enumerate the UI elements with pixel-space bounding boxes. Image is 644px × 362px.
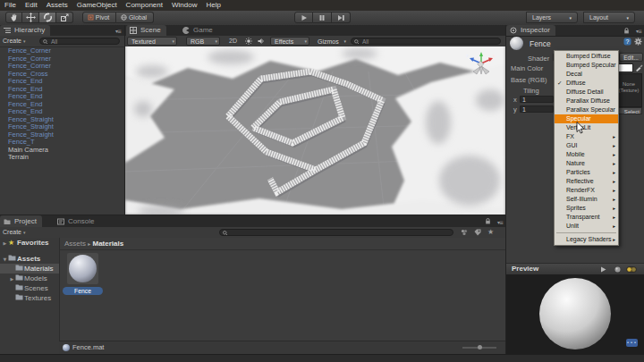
breadcrumb-root[interactable]: Assets xyxy=(64,240,86,248)
shader-menu-item-diffuse-detail[interactable]: Diffuse Detail xyxy=(555,88,618,97)
folder-icon-wrap xyxy=(15,293,24,300)
shader-menu-item-renderfx[interactable]: RenderFX▸ xyxy=(555,186,618,195)
shader-menu-item-sprites[interactable]: Sprites▸ xyxy=(555,204,618,213)
project-tree-item-scenes[interactable]: Scenes xyxy=(0,283,59,293)
favorite-search-icon[interactable]: ★ xyxy=(487,228,494,236)
foldout-closed-icon[interactable]: ▶ xyxy=(2,239,8,248)
project-tree-item-models[interactable]: ▶Models xyxy=(0,274,59,283)
thumbnail-zoom-knob[interactable] xyxy=(478,345,482,349)
eyedropper-icon[interactable] xyxy=(635,63,643,72)
layers-dropdown[interactable]: Layers ▾ xyxy=(526,12,578,23)
effects-dropdown[interactable]: Effects▾ xyxy=(270,37,309,46)
hierarchy-search-input[interactable]: All xyxy=(39,38,120,45)
tab-inspector[interactable]: Inspector xyxy=(506,25,555,36)
breadcrumb-current[interactable]: Materials xyxy=(93,240,124,248)
rotate-tool-button[interactable] xyxy=(39,12,56,23)
asset-bundle-icon[interactable]: ••• xyxy=(626,339,638,347)
lock-icon[interactable] xyxy=(623,28,630,34)
scene-viewport[interactable]: y x z xyxy=(125,46,505,215)
shader-menu-item-nature[interactable]: Nature▸ xyxy=(555,159,618,168)
shader-menu-item-vertexlit[interactable]: VertexLit xyxy=(555,123,618,132)
shader-menu-item-mobile[interactable]: Mobile▸ xyxy=(555,150,618,159)
shader-menu-item-fx[interactable]: FX▸ xyxy=(555,132,618,141)
menu-item-gameobject[interactable]: GameObject xyxy=(72,0,122,11)
menu-item-help[interactable]: Help xyxy=(201,0,225,11)
shader-menu-item-decal[interactable]: Decal xyxy=(555,70,618,79)
shader-menu-item-gui[interactable]: GUI▸ xyxy=(555,141,618,150)
search-by-type-icon[interactable] xyxy=(461,229,468,236)
project-tree-item-assets[interactable]: ▼Assets xyxy=(0,254,59,264)
tab-scene[interactable]: Scene xyxy=(126,25,166,36)
play-button[interactable] xyxy=(294,12,313,23)
layout-dropdown[interactable]: Layout ▾ xyxy=(583,12,635,23)
project-search-input[interactable] xyxy=(219,229,453,236)
shader-menu-item-particles[interactable]: Particles▸ xyxy=(555,168,618,177)
shader-menu-item-unlit[interactable]: Unlit▸ xyxy=(555,222,618,231)
material-sphere-thumb xyxy=(69,255,97,282)
preview-light-toggle-icon[interactable] xyxy=(626,266,637,273)
preview-header[interactable]: Preview xyxy=(506,263,644,275)
2d-toggle-button[interactable]: 2D xyxy=(229,36,237,46)
create-button[interactable]: Create ▾ xyxy=(3,229,25,235)
preview-play-icon[interactable] xyxy=(600,266,606,273)
asset-thumbnail-fence[interactable] xyxy=(67,253,98,284)
submenu-arrow-icon: ▸ xyxy=(613,186,615,195)
hierarchy-item-terrain[interactable]: Terrain xyxy=(0,154,124,162)
hierarchy-panel: Hierarchy ▾≡ Create ▾ All Fence_CornerFe… xyxy=(0,25,125,215)
shader-menu-item-parallax-specular[interactable]: Parallax Specular xyxy=(555,105,618,114)
audio-toggle-icon[interactable] xyxy=(258,38,265,45)
lighting-toggle-icon[interactable] xyxy=(245,38,252,45)
scene-search-input[interactable]: All xyxy=(351,38,501,45)
help-icon[interactable]: ? xyxy=(623,38,631,46)
move-tool-button[interactable] xyxy=(22,12,39,23)
texture-well[interactable]: None (Texture) xyxy=(615,73,642,107)
menu-item-assets[interactable]: Assets xyxy=(42,0,72,11)
shader-menu-item-specular[interactable]: Specular xyxy=(555,114,618,123)
render-channels-dropdown[interactable]: RGB▾ xyxy=(186,37,220,46)
shader-menu-item-self-illumin[interactable]: Self-Illumin▸ xyxy=(555,195,618,204)
layers-label: Layers xyxy=(530,14,553,21)
submenu-arrow-icon: ▸ xyxy=(613,235,615,244)
step-button[interactable] xyxy=(332,12,351,23)
gear-icon[interactable] xyxy=(634,38,642,46)
menu-item-file[interactable]: File xyxy=(0,0,21,11)
menu-item-component[interactable]: Component xyxy=(122,0,167,11)
gizmos-dropdown[interactable]: Gizmos▾ xyxy=(313,37,349,46)
tiling-x-input[interactable]: 1 xyxy=(520,96,554,103)
search-by-label-icon[interactable] xyxy=(474,229,481,236)
shader-menu-item-parallax-diffuse[interactable]: Parallax Diffuse xyxy=(555,97,618,105)
hierarchy-icon xyxy=(4,27,11,34)
global-toggle-button[interactable]: Global xyxy=(116,12,154,23)
pause-button[interactable] xyxy=(313,12,332,23)
panel-menu-icon[interactable]: ▾≡ xyxy=(497,219,503,225)
tab-project[interactable]: Project xyxy=(0,215,42,227)
pivot-toggle-button[interactable]: Pivot xyxy=(82,12,116,23)
shader-menu-item-legacy-shaders[interactable]: Legacy Shaders▸ xyxy=(555,235,618,244)
select-texture-button[interactable]: Select xyxy=(615,107,642,114)
tab-hierarchy[interactable]: Hierarchy xyxy=(0,25,50,36)
asset-label[interactable]: Fence xyxy=(63,287,103,295)
tiling-y-input[interactable]: 1 xyxy=(520,105,554,113)
scale-tool-button[interactable] xyxy=(56,12,73,23)
shader-menu-item-bumped-specular[interactable]: Bumped Specular xyxy=(555,61,618,70)
preview-model-icon[interactable] xyxy=(614,266,621,273)
edit-shader-button[interactable]: Edit... xyxy=(619,53,643,62)
project-tree-item-materials[interactable]: Materials xyxy=(0,264,59,274)
project-tree-item-favorites[interactable]: ▶★Favorites xyxy=(0,238,59,248)
panel-menu-icon[interactable]: ▾≡ xyxy=(115,28,121,34)
tab-console[interactable]: Console xyxy=(54,215,99,227)
project-tree-item-textures[interactable]: Textures xyxy=(0,293,59,303)
lock-icon[interactable] xyxy=(485,218,491,224)
hand-tool-button[interactable] xyxy=(5,12,22,23)
menu-item-edit[interactable]: Edit xyxy=(21,0,42,11)
panel-menu-icon[interactable]: ▾≡ xyxy=(636,28,641,34)
shader-menu-item-bumped-diffuse[interactable]: Bumped Diffuse xyxy=(555,52,618,61)
tab-game[interactable]: Game xyxy=(179,25,218,36)
create-button[interactable]: Create ▾ xyxy=(3,38,25,44)
draw-mode-dropdown[interactable]: Textured▾ xyxy=(127,37,177,46)
menu-item-window[interactable]: Window xyxy=(167,0,201,11)
shader-menu-item-transparent[interactable]: Transparent▸ xyxy=(555,213,618,222)
preview-area[interactable]: ••• xyxy=(506,274,644,354)
shader-menu-item-reflective[interactable]: Reflective▸ xyxy=(555,177,618,186)
shader-menu-item-diffuse[interactable]: ✓Diffuse xyxy=(555,79,618,88)
